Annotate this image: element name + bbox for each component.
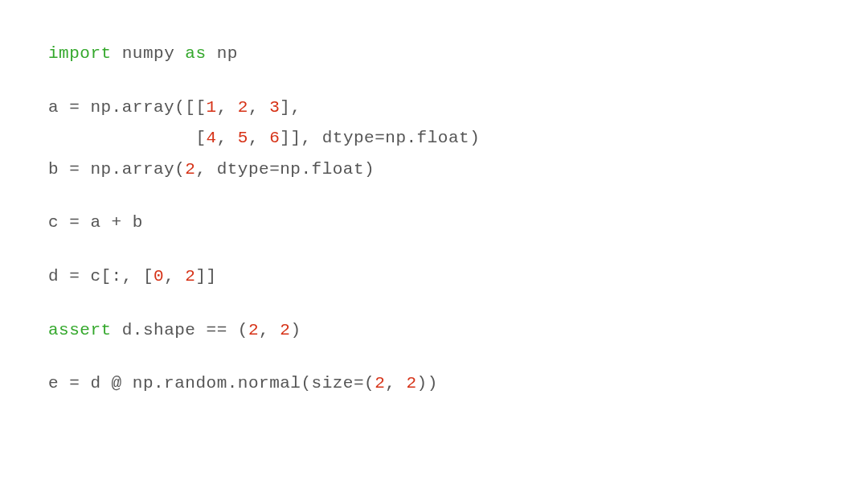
keyword-as: as bbox=[185, 44, 206, 63]
token-np: np bbox=[207, 44, 238, 63]
code-text: b = np.array( bbox=[48, 160, 185, 179]
number-literal: 2 bbox=[238, 98, 248, 117]
number-literal: 3 bbox=[269, 98, 280, 117]
code-line-11: assert d.shape == (2, 2) bbox=[48, 317, 820, 344]
blank-line bbox=[48, 187, 820, 209]
code-text: ]], dtype=np.float) bbox=[280, 129, 480, 147]
code-text: , bbox=[248, 98, 269, 117]
code-text: , bbox=[385, 374, 406, 392]
code-line-1: import numpy as np bbox=[48, 40, 820, 68]
code-text: , bbox=[259, 321, 280, 339]
number-literal: 5 bbox=[238, 129, 248, 147]
number-literal: 2 bbox=[280, 321, 290, 339]
code-text: [ bbox=[48, 129, 207, 147]
blank-line bbox=[48, 294, 820, 317]
code-text: , bbox=[217, 129, 238, 147]
number-literal: 2 bbox=[185, 267, 195, 286]
code-line-9: d = c[:, [0, 2]] bbox=[48, 263, 820, 290]
code-text: d = c[:, [ bbox=[48, 267, 154, 286]
blank-line bbox=[48, 240, 820, 263]
code-text: , dtype=np.float) bbox=[195, 160, 375, 179]
code-text: a = np.array([[ bbox=[48, 98, 207, 117]
number-literal: 6 bbox=[269, 129, 280, 147]
number-literal: 1 bbox=[207, 98, 217, 117]
code-line-7: c = a + b bbox=[48, 209, 820, 236]
keyword-import: import bbox=[48, 44, 112, 63]
code-line-13: e = d @ np.random.normal(size=(2, 2)) bbox=[48, 370, 820, 397]
code-text: , bbox=[248, 129, 269, 147]
number-literal: 2 bbox=[375, 374, 385, 392]
code-line-4: [4, 5, 6]], dtype=np.float) bbox=[48, 125, 820, 152]
code-text: e = d @ np.random.normal(size=( bbox=[48, 374, 375, 392]
code-text: ]] bbox=[195, 267, 216, 286]
code-line-5: b = np.array(2, dtype=np.float) bbox=[48, 156, 820, 183]
number-literal: 2 bbox=[248, 321, 259, 339]
code-block: import numpy as np a = np.array([[1, 2, … bbox=[48, 40, 820, 397]
code-text: ) bbox=[290, 321, 301, 339]
token-numpy: numpy bbox=[112, 44, 186, 63]
code-text: , bbox=[164, 267, 185, 286]
code-line-3: a = np.array([[1, 2, 3], bbox=[48, 94, 820, 121]
code-text: ], bbox=[280, 98, 301, 117]
number-literal: 0 bbox=[154, 267, 164, 286]
code-text: c = a + b bbox=[48, 213, 143, 232]
blank-line bbox=[48, 72, 820, 94]
keyword-assert: assert bbox=[48, 321, 112, 339]
blank-line bbox=[48, 347, 820, 370]
code-text: )) bbox=[417, 374, 438, 392]
code-text: , bbox=[217, 98, 238, 117]
number-literal: 2 bbox=[407, 374, 417, 392]
number-literal: 2 bbox=[185, 160, 195, 179]
number-literal: 4 bbox=[207, 129, 217, 147]
code-text: d.shape == ( bbox=[112, 321, 248, 339]
